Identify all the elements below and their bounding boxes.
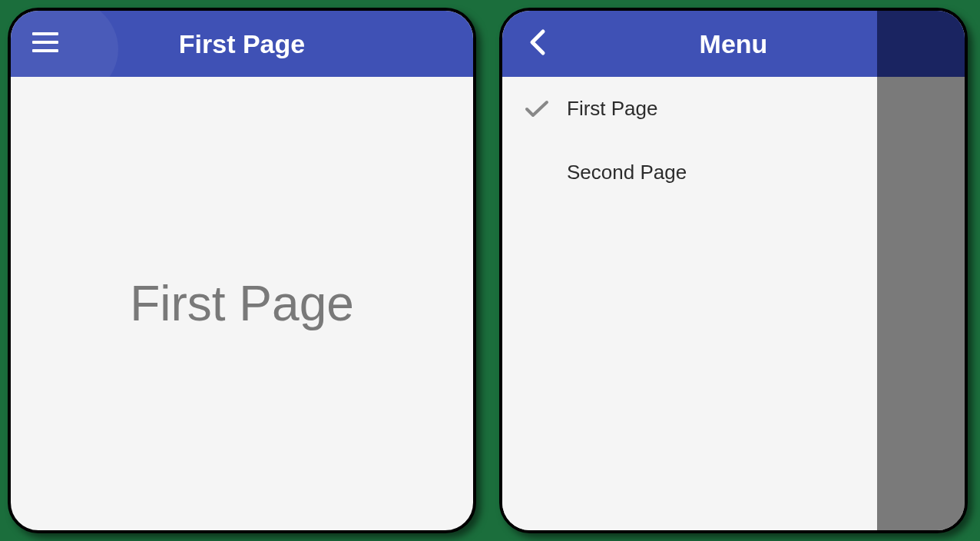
menu-panel: First Page Second Page [502, 77, 877, 530]
hamburger-icon [32, 32, 58, 55]
device-menu-open: Menu First Page Second Page [499, 8, 968, 533]
menu-item-first-page[interactable]: First Page [502, 77, 877, 141]
svg-rect-1 [32, 41, 58, 44]
chevron-left-icon [528, 28, 546, 59]
menu-item-label: Second Page [567, 161, 687, 184]
hamburger-menu-button[interactable] [26, 25, 65, 63]
page-content: First Page [11, 77, 473, 530]
back-button[interactable] [518, 25, 556, 63]
menu-item-label: First Page [567, 97, 658, 121]
app-header: First Page [11, 11, 473, 77]
menu-item-second-page[interactable]: Second Page [502, 141, 877, 204]
svg-rect-2 [32, 49, 58, 52]
content-label: First Page [130, 275, 354, 332]
app-header-menu: Menu [502, 11, 965, 77]
check-icon [518, 100, 556, 118]
device-first-page: First Page First Page [8, 8, 476, 533]
header-overlay-section [877, 11, 965, 77]
page-title: First Page [179, 29, 305, 59]
menu-overlay[interactable] [877, 77, 965, 530]
menu-title: Menu [700, 29, 768, 59]
menu-container: First Page Second Page [502, 77, 965, 530]
svg-rect-0 [32, 32, 58, 35]
